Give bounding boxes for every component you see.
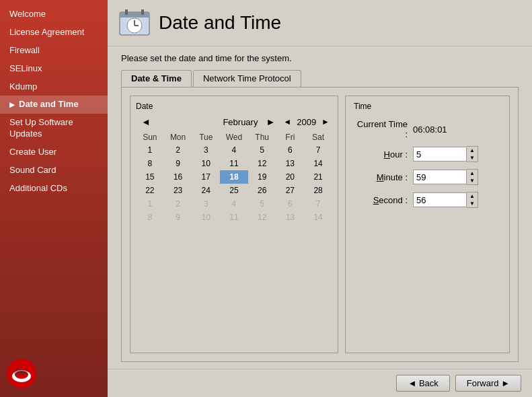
cal-day: 1	[136, 197, 164, 211]
sidebar-item-datetime[interactable]: Date and Time	[0, 96, 108, 114]
cal-day: 14	[304, 211, 332, 224]
bottom-bar: ◄ Back Forward ►	[108, 369, 532, 397]
prev-month-button[interactable]: ◄	[139, 116, 153, 127]
minute-up-btn[interactable]: ▲	[467, 170, 478, 177]
cal-day[interactable]: 12	[248, 157, 276, 170]
cal-day[interactable]: 13	[276, 157, 305, 170]
minute-spinner-btns: ▲ ▼	[467, 169, 478, 185]
sidebar-item-firewall[interactable]: Firewall	[0, 42, 108, 60]
sidebar-item-license[interactable]: License Agreement	[0, 24, 108, 42]
cal-day[interactable]: 26	[248, 184, 276, 197]
minute-down-btn[interactable]: ▼	[467, 177, 478, 184]
second-down-btn[interactable]: ▼	[467, 200, 478, 207]
forward-button[interactable]: Forward ►	[455, 375, 521, 392]
hour-input[interactable]	[413, 147, 467, 161]
cal-header-thu: Thu	[248, 131, 276, 143]
cal-day[interactable]: 11	[220, 157, 248, 170]
cal-day[interactable]: 7	[304, 143, 332, 157]
header: Date and Time	[108, 0, 532, 46]
current-time-label: Current Time :	[354, 119, 408, 139]
cal-day: 7	[304, 197, 332, 211]
cal-day[interactable]: 24	[192, 184, 220, 197]
sidebar-item-selinux[interactable]: SELinux	[0, 60, 108, 78]
current-time-value: 06:08:01	[413, 124, 447, 135]
cal-day: 13	[276, 211, 305, 224]
cal-day[interactable]: 10	[192, 157, 220, 170]
second-input[interactable]	[413, 192, 467, 207]
cal-day[interactable]: 16	[164, 170, 192, 184]
cal-day[interactable]: 17	[192, 170, 220, 184]
month-name: February	[223, 117, 258, 127]
tab-panels: Date ◄ February ► ◄ 2009 ► SunMonTueWedT…	[121, 87, 519, 362]
tab-ntp[interactable]: Network Time Protocol	[193, 70, 301, 87]
hour-down-btn[interactable]: ▼	[467, 154, 478, 161]
second-spinner-btns: ▲ ▼	[467, 192, 478, 208]
svg-point-1	[12, 370, 31, 382]
cal-day[interactable]: 21	[304, 170, 332, 184]
minute-input[interactable]	[413, 170, 467, 184]
hour-label: Hour :	[354, 149, 408, 159]
svg-rect-8	[125, 9, 128, 15]
cal-day[interactable]: 28	[304, 184, 332, 197]
cal-day[interactable]: 3	[192, 143, 220, 157]
cal-day[interactable]: 15	[136, 170, 164, 184]
cal-header-mon: Mon	[164, 131, 192, 143]
cal-day: 9	[164, 211, 192, 224]
sidebar-item-welcome[interactable]: Welcome	[0, 5, 108, 24]
sidebar-item-createuser[interactable]: Create User	[0, 143, 108, 161]
cal-day[interactable]: 27	[276, 184, 305, 197]
cal-day[interactable]: 1	[136, 143, 164, 157]
hour-up-btn[interactable]: ▲	[467, 147, 478, 154]
cal-header-fri: Fri	[276, 131, 305, 143]
cal-day[interactable]: 19	[248, 170, 276, 184]
cal-day[interactable]: 23	[164, 184, 192, 197]
cal-day[interactable]: 9	[164, 157, 192, 170]
minute-spinner: ▲ ▼	[413, 169, 478, 185]
time-panel-title: Time	[354, 102, 501, 111]
sidebar-item-soundcard[interactable]: Sound Card	[0, 161, 108, 180]
sidebar-item-software[interactable]: Set Up Software Updates	[0, 114, 108, 143]
cal-day[interactable]: 8	[136, 157, 164, 170]
next-month-button[interactable]: ►	[263, 116, 278, 127]
back-button[interactable]: ◄ Back	[396, 375, 449, 392]
cal-day[interactable]: 18	[220, 170, 248, 184]
current-time-row: Current Time : 06:08:01	[354, 119, 501, 139]
date-panel-title: Date	[136, 102, 332, 111]
minute-label: Minute :	[354, 172, 408, 182]
cal-day[interactable]: 14	[304, 157, 332, 170]
cal-header-sun: Sun	[136, 131, 164, 143]
svg-rect-4	[120, 12, 149, 17]
main-content: Date and Time Please set the date and ti…	[108, 0, 532, 397]
cal-day[interactable]: 4	[220, 143, 248, 157]
year-display: 2009	[297, 117, 316, 127]
sidebar-item-kdump[interactable]: Kdump	[0, 78, 108, 96]
sidebar-item-addcds[interactable]: Additional CDs	[0, 180, 108, 198]
tab-datetime[interactable]: Date & Time	[121, 70, 192, 87]
cal-day[interactable]: 20	[276, 170, 305, 184]
cal-day: 3	[192, 197, 220, 211]
cal-day: 2	[164, 197, 192, 211]
cal-day[interactable]: 25	[220, 184, 248, 197]
cal-day[interactable]: 22	[136, 184, 164, 197]
redhat-logo	[5, 357, 38, 392]
page-title: Date and Time	[159, 12, 281, 34]
svg-point-2	[15, 371, 28, 379]
clock-icon	[118, 7, 151, 39]
cal-day: 4	[220, 197, 248, 211]
cal-day: 11	[220, 211, 248, 224]
second-label: Second :	[354, 195, 408, 205]
hour-spinner: ▲ ▼	[413, 146, 478, 162]
hour-spinner-btns: ▲ ▼	[467, 146, 478, 162]
cal-day[interactable]: 6	[276, 143, 305, 157]
cal-day: 6	[276, 197, 305, 211]
year-next-btn[interactable]: ►	[321, 117, 330, 127]
year-prev-btn[interactable]: ◄	[283, 117, 291, 127]
cal-day: 10	[192, 211, 220, 224]
date-panel: Date ◄ February ► ◄ 2009 ► SunMonTueWedT…	[130, 96, 338, 353]
cal-day[interactable]: 2	[164, 143, 192, 157]
second-spinner: ▲ ▼	[413, 192, 478, 208]
second-up-btn[interactable]: ▲	[467, 192, 478, 200]
minute-row: Minute : ▲ ▼	[354, 169, 501, 185]
cal-day[interactable]: 5	[248, 143, 276, 157]
month-nav: ◄ February ► ◄ 2009 ►	[136, 116, 332, 127]
